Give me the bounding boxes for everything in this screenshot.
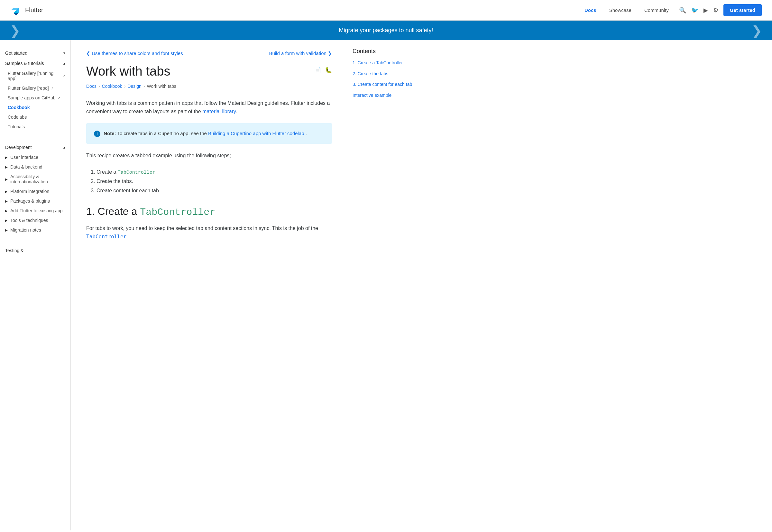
section-1-body: For tabs to work, you need to keep the s… [86, 224, 332, 241]
github-icon[interactable]: ⚙ [713, 7, 718, 14]
cupertino-codelab-link[interactable]: Building a Cupertino app with Flutter co… [208, 131, 304, 136]
breadcrumb-sep3: › [143, 84, 145, 89]
twitter-icon[interactable]: 🐦 [691, 7, 698, 14]
sidebar-sub-item-codelabs[interactable]: Codelabs [0, 112, 70, 122]
breadcrumb-cookbook[interactable]: Cookbook [102, 84, 122, 89]
step-2: Create the tabs. [97, 177, 332, 186]
external-link-icon: ↗ [51, 87, 53, 90]
nav-docs[interactable]: Docs [579, 5, 602, 15]
main-nav: Docs Showcase Community [579, 5, 674, 15]
breadcrumb-docs[interactable]: Docs [86, 84, 97, 89]
breadcrumb: Docs › Cookbook › Design › Work with tab… [86, 84, 332, 89]
bullet-icon: ▶ [5, 156, 8, 159]
sidebar-item-samples[interactable]: Samples & tutorials ▴ [0, 58, 70, 69]
nav-showcase[interactable]: Showcase [604, 5, 637, 15]
breadcrumb-current: Work with tabs [147, 84, 177, 89]
sidebar-divider2 [0, 240, 70, 240]
nav-community[interactable]: Community [639, 5, 674, 15]
sidebar-divider [0, 137, 70, 137]
recipe-intro: This recipe creates a tabbed example usi… [86, 151, 332, 160]
sidebar-sub-item-gallery-running[interactable]: Flutter Gallery [running app] ↗ [0, 69, 70, 83]
breadcrumb-sep2: › [124, 84, 126, 89]
sidebar-item-tools[interactable]: ▶ Tools & techniques [0, 216, 70, 225]
bullet-icon: ▶ [5, 199, 8, 203]
step-1-code: TabController [118, 170, 155, 175]
logo-area: Flutter [10, 5, 43, 16]
steps-list: Create a TabController. Create the tabs.… [86, 168, 332, 196]
step-3: Create content for each tab. [97, 186, 332, 196]
sidebar-item-migration[interactable]: ▶ Migration notes [0, 225, 70, 235]
banner: ❯ Migrate your packages to null safety! … [0, 21, 772, 40]
bullet-icon: ▶ [5, 178, 8, 181]
copy-icon[interactable]: 📄 [314, 67, 321, 74]
breadcrumb-sep1: › [98, 84, 100, 89]
chevron-down-icon: ▾ [63, 51, 65, 55]
bullet-icon: ▶ [5, 228, 8, 232]
next-link[interactable]: Build a form with validation ❯ [269, 50, 332, 56]
sidebar-item-accessibility[interactable]: ▶ Accessibility & internationalization [0, 172, 70, 187]
header-icons: 🔍 🐦 ▶ ⚙ [679, 7, 718, 14]
step-1: Create a TabController. [97, 168, 332, 177]
bullet-icon: ▶ [5, 165, 8, 169]
logo-text: Flutter [25, 6, 43, 14]
section-1-heading: 1. Create a TabController [86, 206, 332, 218]
info-icon: i [94, 131, 100, 137]
sidebar-sub-item-sample-apps[interactable]: Sample apps on GitHub ↗ [0, 93, 70, 103]
sidebar-item-data-backend[interactable]: ▶ Data & backend [0, 162, 70, 172]
chevron-up-icon: ▴ [63, 145, 65, 150]
page-title: Work with tabs [86, 64, 170, 78]
contents-link-4[interactable]: Interactive example [353, 92, 413, 99]
main-layout: Get started ▾ Samples & tutorials ▴ Flut… [0, 40, 772, 530]
banner-text: Migrate your packages to null safety! [339, 27, 433, 33]
external-link-icon: ↗ [63, 74, 65, 78]
sidebar-item-packages[interactable]: ▶ Packages & plugins [0, 196, 70, 206]
banner-next-icon[interactable]: ❯ [751, 23, 762, 38]
bullet-icon: ▶ [5, 190, 8, 193]
flutter-logo-icon [10, 5, 22, 16]
bullet-icon: ▶ [5, 209, 8, 213]
chevron-up-icon: ▴ [63, 61, 65, 66]
svg-marker-2 [14, 13, 19, 15]
bullet-icon: ▶ [5, 219, 8, 222]
get-started-button[interactable]: Get started [723, 4, 762, 16]
contents-title: Contents [353, 48, 413, 55]
tabcontroller-link[interactable]: TabController [86, 234, 126, 239]
sidebar-sub-item-cookbook[interactable]: Cookbook [0, 103, 70, 112]
search-icon[interactable]: 🔍 [679, 7, 686, 14]
note-label: Note: [104, 131, 116, 136]
note-box: i Note: To create tabs in a Cupertino ap… [86, 123, 332, 144]
title-icons: 📄 🐛 [314, 67, 332, 74]
youtube-icon[interactable]: ▶ [703, 7, 708, 14]
material-library-link[interactable]: material library [202, 109, 236, 114]
main-content: ❮ Use themes to share colors and font st… [71, 40, 347, 530]
prev-link[interactable]: ❮ Use themes to share colors and font st… [86, 50, 183, 56]
intro-paragraph: Working with tabs is a common pattern in… [86, 99, 332, 115]
sidebar: Get started ▾ Samples & tutorials ▴ Flut… [0, 40, 71, 530]
sidebar-item-add-flutter[interactable]: ▶ Add Flutter to existing app [0, 206, 70, 216]
section-1-code: TabController [140, 207, 215, 218]
banner-prev-icon[interactable]: ❯ [10, 23, 21, 38]
page-title-area: Work with tabs 📄 🐛 [86, 64, 332, 78]
contents-link-1[interactable]: 1. Create a TabController [353, 60, 413, 66]
contents-link-2[interactable]: 2. Create the tabs [353, 71, 413, 77]
header: Flutter Docs Showcase Community 🔍 🐦 ▶ ⚙ … [0, 0, 772, 21]
sidebar-item-development[interactable]: Development ▴ [0, 142, 70, 152]
sidebar-item-user-interface[interactable]: ▶ User interface [0, 152, 70, 162]
contents-link-3[interactable]: 3. Create content for each tab [353, 81, 413, 88]
sidebar-sub-item-tutorials[interactable]: Tutorials [0, 122, 70, 132]
breadcrumb-design[interactable]: Design [127, 84, 142, 89]
sidebar-sub-item-gallery-repo[interactable]: Flutter Gallery [repo] ↗ [0, 83, 70, 93]
prev-next-nav: ❮ Use themes to share colors and font st… [86, 50, 332, 56]
note-end: . [306, 131, 307, 136]
sidebar-item-testing[interactable]: Testing & [0, 245, 70, 256]
sidebar-item-get-started[interactable]: Get started ▾ [0, 48, 70, 58]
sidebar-item-platform-integration[interactable]: ▶ Platform integration [0, 187, 70, 196]
bug-icon[interactable]: 🐛 [325, 67, 332, 74]
contents-panel: Contents 1. Create a TabController 2. Cr… [347, 40, 418, 530]
external-link-icon: ↗ [58, 96, 60, 100]
note-text: To create tabs in a Cupertino app, see t… [117, 131, 208, 136]
